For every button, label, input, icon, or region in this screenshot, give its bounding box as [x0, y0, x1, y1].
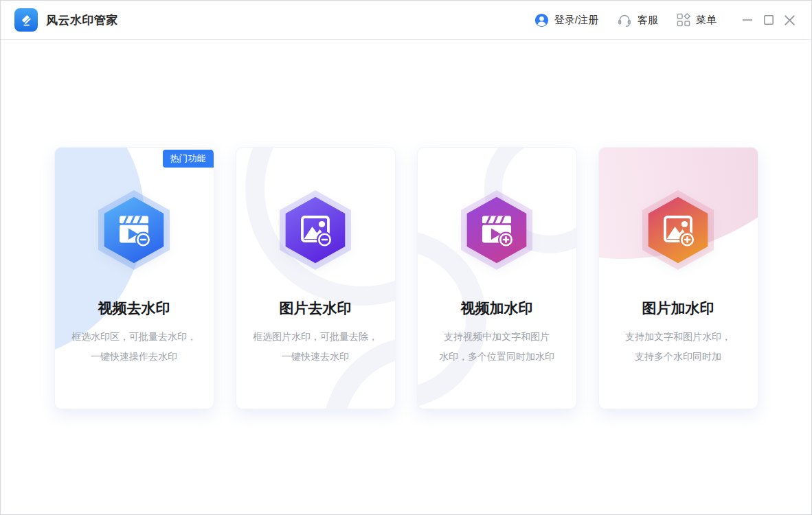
card-description: 支持加文字和图片水印， 支持多个水印同时加: [625, 327, 731, 367]
maximize-icon: [763, 14, 774, 25]
titlebar-actions: 登录/注册 客服 菜单: [534, 10, 800, 31]
card-description: 支持视频中加文字和图片 水印，多个位置同时加水印: [439, 327, 554, 367]
minimize-icon: [742, 14, 753, 25]
customer-service-button[interactable]: 客服: [617, 12, 658, 27]
card-description: 框选图片水印，可批量去除， 一键快速去水印: [253, 327, 378, 367]
card-title: 图片加水印: [642, 299, 714, 318]
login-register-label: 登录/注册: [554, 14, 598, 27]
card-title: 视频去水印: [98, 299, 170, 318]
window-controls: [736, 10, 800, 31]
titlebar: 风云水印管家 登录/注册 客服: [1, 1, 811, 40]
card-title: 图片去水印: [280, 299, 352, 318]
headset-icon: [617, 12, 632, 27]
hot-feature-badge: 热门功能: [163, 150, 214, 168]
feature-cards: 热门功能: [1, 147, 811, 409]
close-icon: [784, 14, 796, 26]
login-register-button[interactable]: 登录/注册: [534, 13, 598, 27]
minimize-button[interactable]: [736, 10, 758, 31]
close-button[interactable]: [779, 10, 800, 31]
card-description: 框选水印区，可批量去水印， 一键快速操作去水印: [71, 327, 196, 367]
user-avatar-icon: [534, 13, 549, 27]
image-add-icon: [642, 190, 714, 270]
menu-label: 菜单: [696, 14, 717, 27]
menu-button[interactable]: 菜单: [677, 13, 717, 27]
app-window: 风云水印管家 登录/注册 客服: [0, 0, 812, 515]
card-image-remove-watermark[interactable]: 图片去水印 框选图片水印，可批量去除， 一键快速去水印: [236, 147, 396, 409]
customer-service-label: 客服: [638, 14, 658, 27]
card-image-add-watermark[interactable]: 图片加水印 支持加文字和图片水印， 支持多个水印同时加: [598, 147, 758, 409]
maximize-button[interactable]: [758, 10, 779, 31]
eraser-icon: [19, 13, 34, 27]
card-video-remove-watermark[interactable]: 热门功能: [54, 147, 214, 409]
menu-grid-icon: [677, 13, 690, 27]
app-logo: [14, 8, 38, 32]
card-title: 视频加水印: [461, 299, 533, 318]
card-video-add-watermark[interactable]: 视频加水印 支持视频中加文字和图片 水印，多个位置同时加水印: [417, 147, 577, 409]
video-add-icon: [461, 190, 532, 270]
image-remove-icon: [280, 190, 351, 270]
video-remove-icon: [98, 190, 170, 270]
app-title: 风云水印管家: [46, 12, 118, 28]
